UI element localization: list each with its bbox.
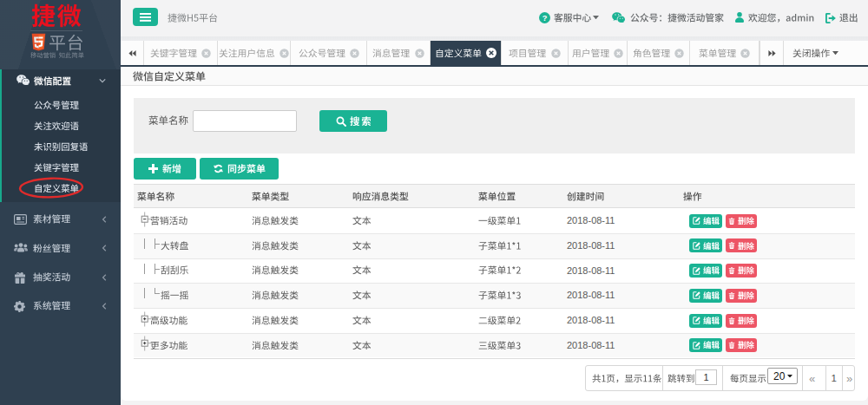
svg-text:?: ? — [542, 14, 548, 23]
